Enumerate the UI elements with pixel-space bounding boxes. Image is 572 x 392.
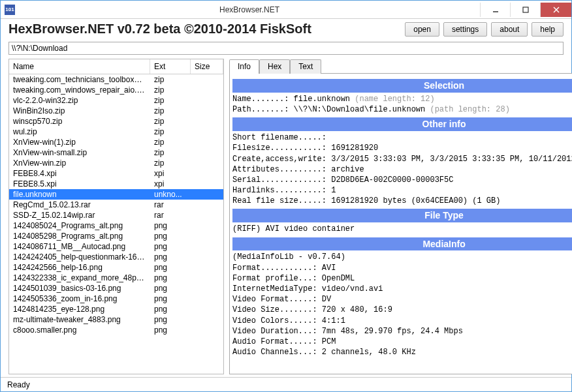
- file-size: [191, 169, 223, 178]
- file-size: [191, 158, 223, 168]
- file-row[interactable]: winscp570.zipzip: [9, 116, 223, 127]
- file-name: FEBE8.4.xpi: [9, 169, 150, 178]
- file-ext: png: [150, 263, 191, 272]
- settings-button[interactable]: settings: [443, 22, 487, 37]
- file-name: FEBE8.5.xpi: [9, 179, 150, 188]
- file-ext: zip: [150, 106, 191, 115]
- file-row[interactable]: 1424814235_eye-128.pngpng: [9, 304, 223, 314]
- file-name: vlc-2.2.0-win32.zip: [9, 96, 150, 105]
- minimize-button[interactable]: [480, 3, 510, 17]
- file-list-pane: Name Ext Size tweaking.com_technicians_t…: [8, 59, 224, 374]
- file-ext: rar: [150, 200, 191, 209]
- file-row[interactable]: tweaking.com_windows_repair_aio.zipzip: [9, 85, 223, 95]
- tab-info[interactable]: Info: [229, 59, 259, 74]
- info-line: Path.......: \\?\N:\Download\file.unknow…: [232, 104, 572, 115]
- file-ext: png: [150, 294, 191, 303]
- file-size: [191, 106, 223, 115]
- info-line: Short filename.....:: [232, 132, 572, 143]
- titlebar[interactable]: 101 HexBrowser.NET: [1, 1, 571, 19]
- file-name: 1424086711_MB__Autocad.png: [9, 242, 150, 251]
- file-row[interactable]: file.unknownunkno...: [9, 189, 223, 200]
- file-size: [191, 127, 223, 136]
- file-list-header[interactable]: Name Ext Size: [9, 59, 223, 74]
- col-ext[interactable]: Ext: [150, 59, 191, 74]
- file-row[interactable]: 1424085024_Programs_alt.pngpng: [9, 220, 223, 231]
- file-row[interactable]: WinBin2Iso.zipzip: [9, 106, 223, 116]
- file-name: XnView-win-small.zip: [9, 148, 150, 157]
- app-window: 101 HexBrowser.NET HexBrowser.NET v0.72 …: [0, 0, 572, 392]
- info-line: InternetMediaType: video/vnd.avi: [232, 284, 572, 294]
- file-name: file.unknown: [9, 190, 150, 199]
- file-row[interactable]: SSD-Z_15.02.14wip.rarrar: [9, 210, 223, 220]
- open-button[interactable]: open: [405, 22, 439, 37]
- file-row[interactable]: FEBE8.5.xpixpi: [9, 179, 223, 189]
- file-size: [191, 273, 223, 282]
- file-row[interactable]: 1424242405_help-questionmark-16.pngpng: [9, 252, 223, 262]
- file-size: [191, 305, 223, 314]
- path-input[interactable]: \\?\N:\Download: [8, 42, 564, 55]
- window-controls: [480, 3, 571, 17]
- file-name: 1424505336_zoom_in-16.png: [9, 294, 150, 303]
- file-row[interactable]: 1424501039_basics-03-16.pngpng: [9, 283, 223, 294]
- file-size: [191, 117, 223, 126]
- file-ext: png: [150, 221, 191, 230]
- file-size: [191, 75, 223, 84]
- info-line: Video Format.....: DV: [232, 294, 572, 305]
- file-row[interactable]: 1424242566_help-16.pngpng: [9, 262, 223, 273]
- file-row[interactable]: XnView-win.zipzip: [9, 158, 223, 168]
- file-row[interactable]: 1424322338_ic_expand_more_48px-16...png: [9, 273, 223, 283]
- section-header: File Type: [232, 209, 572, 222]
- file-row[interactable]: XnView-win-small.zipzip: [9, 147, 223, 158]
- tab-text[interactable]: Text: [290, 59, 321, 74]
- file-size: [191, 242, 223, 251]
- info-line: Filesize...........: 1691281920: [232, 143, 572, 153]
- file-row[interactable]: XnView-win(1).zipzip: [9, 137, 223, 147]
- tab-hex[interactable]: Hex: [259, 59, 290, 74]
- file-row[interactable]: mz-ultimate-tweaker_4883.pngpng: [9, 314, 223, 325]
- file-ext: png: [150, 273, 191, 282]
- file-row[interactable]: 1424505336_zoom_in-16.pngpng: [9, 294, 223, 304]
- maximize-button[interactable]: [510, 3, 540, 17]
- file-name: RegCmd_15.02.13.rar: [9, 200, 150, 209]
- file-name: 1424322338_ic_expand_more_48px-16...: [9, 273, 150, 282]
- file-row[interactable]: c8ooo.smaller.pngpng: [9, 325, 223, 335]
- header-title: HexBrowser.NET v0.72 beta ©2010-2014 Fis…: [8, 22, 401, 37]
- file-ext: zip: [150, 85, 191, 95]
- file-name: wul.zip: [9, 127, 150, 136]
- file-ext: png: [150, 232, 191, 241]
- file-size: [191, 263, 223, 272]
- file-row[interactable]: vlc-2.2.0-win32.zipzip: [9, 95, 223, 106]
- close-button[interactable]: [540, 3, 571, 17]
- file-row[interactable]: wul.zipzip: [9, 127, 223, 137]
- file-size: [191, 190, 223, 199]
- file-list: Name Ext Size tweaking.com_technicians_t…: [9, 59, 223, 374]
- col-size[interactable]: Size: [191, 59, 223, 74]
- file-ext: zip: [150, 96, 191, 105]
- file-row[interactable]: RegCmd_15.02.13.rarrar: [9, 200, 223, 210]
- file-size: [191, 294, 223, 303]
- file-row[interactable]: 1424086711_MB__Autocad.pngpng: [9, 241, 223, 252]
- file-name: 1424085298_Programs_alt.png: [9, 232, 150, 241]
- file-size: [191, 138, 223, 147]
- file-row[interactable]: FEBE8.4.xpixpi: [9, 168, 223, 179]
- file-name: 1424242405_help-questionmark-16.png: [9, 252, 150, 262]
- file-name: 1424242566_help-16.png: [9, 263, 150, 272]
- file-ext: zip: [150, 127, 191, 136]
- file-name: mz-ultimate-tweaker_4883.png: [9, 315, 150, 324]
- file-ext: zip: [150, 148, 191, 157]
- file-list-body[interactable]: tweaking.com_technicians_toolbox_port...…: [9, 74, 223, 374]
- file-ext: png: [150, 284, 191, 293]
- file-name: SSD-Z_15.02.14wip.rar: [9, 211, 150, 220]
- about-button[interactable]: about: [491, 22, 528, 37]
- col-name[interactable]: Name: [9, 59, 150, 74]
- help-button[interactable]: help: [532, 22, 564, 37]
- file-name: c8ooo.smaller.png: [9, 325, 150, 335]
- file-size: [191, 200, 223, 209]
- file-size: [191, 325, 223, 335]
- file-row[interactable]: tweaking.com_technicians_toolbox_port...…: [9, 74, 223, 85]
- info-panel[interactable]: SelectionName.......: file.unknown (name…: [229, 73, 572, 374]
- file-name: 1424501039_basics-03-16.png: [9, 284, 150, 293]
- file-name: 1424814235_eye-128.png: [9, 305, 150, 314]
- tabs: Info Hex Text: [229, 59, 572, 73]
- file-row[interactable]: 1424085298_Programs_alt.pngpng: [9, 231, 223, 241]
